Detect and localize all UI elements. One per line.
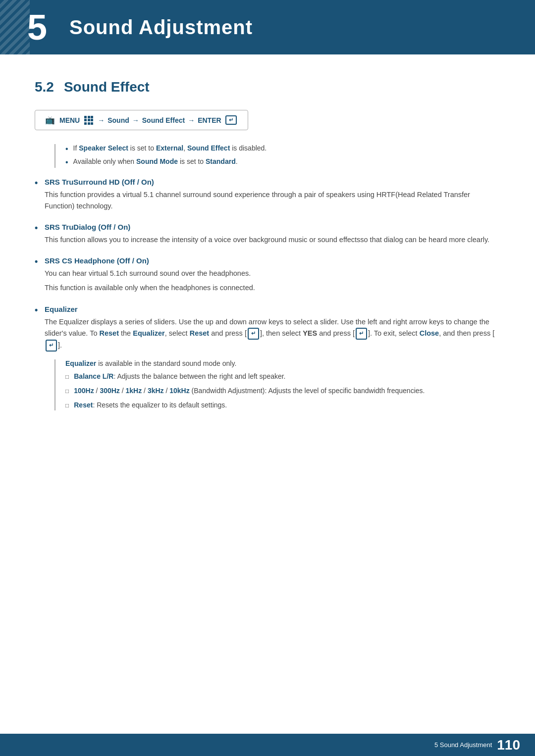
- bullet-heading-3: SRS CS Headphone (Off / On): [45, 256, 500, 265]
- bullet-equalizer: Equalizer The Equalizer displays a serie…: [35, 305, 500, 410]
- sub-bullet-balance: Balance L/R: Adjusts the balance between…: [65, 371, 500, 382]
- bullet-body-1: This function provides a virtual 5.1 cha…: [45, 189, 500, 212]
- bullet-srs-headphone: SRS CS Headphone (Off / On) You can hear…: [35, 256, 500, 294]
- page-footer: 5 Sound Adjustment 110: [0, 734, 535, 756]
- main-bullets-list: SRS TruSurround HD (Off / On) This funct…: [35, 178, 500, 410]
- nav-arrow-2: →: [132, 116, 139, 124]
- bullet-body-3b: This function is available only when the…: [45, 282, 500, 294]
- sub-bullet-frequencies: 100Hz / 300Hz / 1kHz / 3kHz / 10kHz (Ban…: [65, 386, 500, 396]
- section-number: 5.2: [35, 79, 54, 95]
- bullet-srs-trusurround: SRS TruSurround HD (Off / On) This funct…: [35, 178, 500, 212]
- tv-icon: 📺: [45, 115, 55, 125]
- nav-arrow-3: →: [188, 116, 195, 124]
- bullet-body-2: This function allows you to increase the…: [45, 234, 500, 246]
- chapter-number-block: 5: [15, 5, 59, 50]
- section-heading: 5.2 Sound Effect: [35, 79, 500, 95]
- bullet-body-4: The Equalizer displays a series of slide…: [45, 316, 500, 352]
- chapter-number: 5: [27, 9, 47, 45]
- main-content: 5.2 Sound Effect 📺 MENU → Sound → Sound …: [0, 54, 535, 461]
- note-item-1: If Speaker Select is set to External, So…: [65, 144, 500, 154]
- enter-key-2: ↵: [356, 328, 367, 340]
- nav-sound-effect: Sound Effect: [142, 116, 185, 124]
- footer-page-number: 110: [497, 737, 520, 753]
- enter-key-icon: ↵: [225, 115, 237, 125]
- enter-key-1: ↵: [248, 328, 259, 340]
- chapter-header: 5 Sound Adjustment: [0, 0, 535, 54]
- enter-key-3: ↵: [46, 340, 57, 352]
- note-item-2: Available only when Sound Mode is set to…: [65, 157, 500, 168]
- menu-label: MENU: [59, 116, 80, 124]
- chapter-title: Sound Adjustment: [69, 16, 253, 39]
- bullet-srs-trudialog: SRS TruDialog (Off / On) This function a…: [35, 223, 500, 246]
- grid-icon: [84, 116, 93, 125]
- sub-bullets-list: Balance L/R: Adjusts the balance between…: [65, 371, 500, 410]
- nav-arrow-1: →: [98, 116, 105, 124]
- equalizer-sub-notes: Equalizer is available in the standard s…: [54, 359, 500, 410]
- section-title: Sound Effect: [64, 79, 150, 95]
- notes-block: If Speaker Select is set to External, So…: [54, 144, 500, 168]
- bullet-heading-2: SRS TruDialog (Off / On): [45, 223, 500, 231]
- bullet-heading-1: SRS TruSurround HD (Off / On): [45, 178, 500, 186]
- sub-bullet-reset: Reset: Resets the equalizer to its defau…: [65, 400, 500, 410]
- nav-sound: Sound: [107, 116, 129, 124]
- nav-path: 📺 MENU → Sound → Sound Effect → ENTER ↵: [35, 110, 248, 130]
- bullet-body-3a: You can hear virtual 5.1ch surround soun…: [45, 268, 500, 279]
- nav-enter: ENTER: [198, 116, 221, 124]
- bullet-heading-4: Equalizer: [45, 305, 500, 313]
- sub-note-header: Equalizer is available in the standard s…: [65, 359, 500, 367]
- footer-text: 5 Sound Adjustment: [434, 741, 492, 749]
